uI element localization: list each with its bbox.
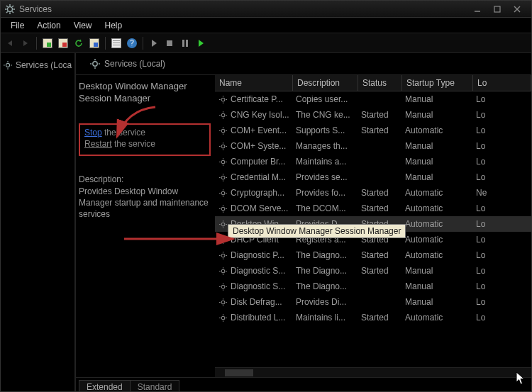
cell-logon: Lo	[476, 297, 531, 307]
cell-logon: Lo	[476, 250, 531, 260]
app-icon	[5, 4, 15, 14]
help-button[interactable]: ?	[126, 37, 138, 50]
refresh-button[interactable]	[72, 37, 85, 50]
cell-logon: Lo	[476, 266, 531, 276]
gear-icon	[4, 60, 13, 70]
svg-point-53	[221, 191, 225, 195]
cell-description: Provides Di...	[296, 297, 361, 307]
service-row[interactable]: Credential M...Provides se...ManualLo	[215, 169, 531, 185]
col-header-status[interactable]: Status	[358, 75, 402, 91]
service-row[interactable]: Distributed L...Maintains li...StartedAu…	[215, 310, 531, 325]
toolbar-icon-1[interactable]	[41, 37, 54, 50]
tree-root-item[interactable]: Services (Local)	[1, 59, 74, 72]
properties-button[interactable]	[110, 37, 123, 50]
forward-button[interactable]	[19, 37, 32, 50]
cell-status: Started	[361, 313, 405, 323]
service-row[interactable]: Diagnostic P...The Diagno...StartedAutom…	[215, 247, 531, 263]
view-tabs: Extended Standard	[76, 377, 531, 392]
toolbar-separator	[105, 37, 106, 50]
col-header-name[interactable]: Name	[215, 75, 293, 91]
horizontal-scrollbar[interactable]	[215, 367, 531, 377]
stop-service-button[interactable]	[163, 37, 176, 50]
menu-help[interactable]: Help	[99, 19, 128, 32]
service-row[interactable]: CNG Key Isol...The CNG ke...StartedManua…	[215, 107, 531, 123]
cell-description: The Diagno...	[296, 266, 361, 276]
svg-point-78	[221, 269, 225, 273]
cell-name: Cryptograph...	[231, 188, 284, 198]
pause-service-button[interactable]	[179, 37, 192, 50]
svg-point-23	[221, 98, 225, 101]
menu-view[interactable]: View	[68, 19, 98, 32]
menu-action[interactable]: Action	[31, 19, 66, 32]
window-title: Services	[19, 4, 52, 14]
close-button[interactable]	[507, 3, 527, 16]
cell-name: Computer Br...	[231, 157, 285, 167]
service-row[interactable]: Computer Br...Maintains a...ManualLo	[215, 154, 531, 169]
service-row[interactable]: DCOM Serve...The DCOM...StartedAutomatic…	[215, 201, 531, 216]
cell-description: Maintains a...	[296, 157, 361, 167]
cell-logon: Lo	[476, 141, 531, 151]
export-list-button[interactable]	[88, 37, 101, 50]
cell-logon: Lo	[476, 94, 531, 104]
gear-icon	[218, 157, 228, 167]
service-row[interactable]: Diagnostic S...The Diagno...ManualLo	[215, 279, 531, 294]
cell-logon: Lo	[476, 157, 531, 167]
cell-description: Copies user...	[296, 94, 361, 104]
cell-startup: Automatic	[405, 188, 476, 198]
svg-point-18	[93, 62, 97, 66]
toolbar: ?	[1, 33, 531, 53]
cell-description: The DCOM...	[296, 203, 361, 213]
gear-icon	[218, 281, 228, 291]
gear-icon	[218, 250, 228, 260]
gear-icon	[218, 219, 228, 229]
menu-file[interactable]: File	[5, 19, 30, 32]
tree-root-label: Services (Local)	[16, 60, 72, 70]
service-row[interactable]: COM+ Event...Supports S...StartedAutomat…	[215, 123, 531, 138]
row-tooltip: Desktop Window Manager Session Manager	[228, 224, 406, 238]
cell-logon: Ne	[476, 188, 531, 198]
scrollbar-thumb[interactable]	[225, 369, 253, 376]
description-text: Provides Desktop Window Manager startup …	[79, 186, 211, 220]
gear-icon	[218, 266, 228, 276]
cell-status: Started	[361, 266, 405, 276]
back-button[interactable]	[4, 37, 16, 50]
cell-description: Supports S...	[296, 125, 361, 135]
restart-service-button[interactable]	[194, 37, 207, 50]
svg-point-48	[221, 176, 225, 179]
service-detail-panel: Desktop Window Manager Session Manager S…	[76, 75, 215, 377]
restart-service-link[interactable]: Restart	[84, 139, 112, 149]
cell-startup: Manual	[405, 297, 476, 307]
col-header-startup[interactable]: Startup Type	[402, 75, 473, 91]
cell-startup: Automatic	[405, 313, 476, 323]
cell-startup: Manual	[405, 172, 476, 182]
toolbar-icon-2[interactable]	[57, 37, 70, 50]
svg-line-5	[6, 6, 8, 7]
svg-point-68	[221, 238, 225, 242]
service-row[interactable]: Cryptograph...Provides fo...StartedAutom…	[215, 185, 531, 201]
cell-name: CNG Key Isol...	[231, 110, 289, 120]
stop-service-link[interactable]: Stop	[84, 128, 102, 138]
cell-description: Maintains li...	[296, 313, 361, 323]
cell-logon: Lo	[476, 110, 531, 120]
start-service-button[interactable]	[148, 37, 160, 50]
cell-logon: Lo	[476, 281, 531, 291]
minimize-button[interactable]	[467, 3, 487, 16]
service-row[interactable]: Diagnostic S...The Diagno...StartedManua…	[215, 263, 531, 279]
grid-header: Name Description Status Startup Type Lo	[215, 75, 531, 91]
tab-standard[interactable]: Standard	[130, 380, 180, 392]
svg-point-93	[221, 316, 225, 320]
stop-service-rest: the service	[102, 128, 145, 138]
gear-icon	[218, 313, 228, 323]
col-header-logon[interactable]: Lo	[473, 75, 531, 91]
svg-point-88	[221, 301, 225, 304]
pane-heading: Services (Local)	[104, 59, 165, 69]
service-row[interactable]: COM+ Syste...Manages th...ManualLo	[215, 138, 531, 154]
service-row[interactable]: Disk Defrag...Provides Di...ManualLo	[215, 294, 531, 310]
service-row[interactable]: Certificate P...Copies user...ManualLo	[215, 91, 531, 107]
cell-name: Diagnostic S...	[231, 266, 285, 276]
cell-status: Started	[361, 110, 405, 120]
tab-extended[interactable]: Extended	[79, 380, 131, 392]
maximize-button[interactable]	[487, 3, 507, 16]
col-header-description[interactable]: Description	[293, 75, 358, 91]
cell-startup: Automatic	[405, 203, 476, 213]
